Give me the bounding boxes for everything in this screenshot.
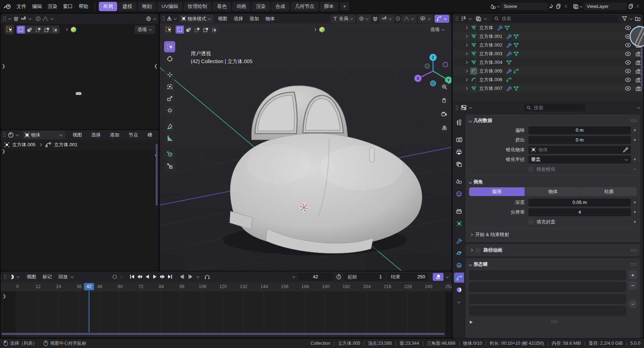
filter-chevron[interactable]: [630, 17, 632, 19]
auto-keying-record-icon[interactable]: [111, 274, 118, 279]
unlink-scene-icon[interactable]: ✕: [564, 4, 568, 9]
jump-to-end-button[interactable]: [166, 273, 173, 281]
object-name[interactable]: 立方体.005: [479, 68, 502, 74]
scale-tool[interactable]: [164, 93, 175, 104]
tabs-overflow-chevron[interactable]: [458, 300, 460, 303]
object-data-icon[interactable]: [513, 69, 519, 74]
geometry-nodes-icon[interactable]: [319, 27, 325, 32]
path-animation-checkbox[interactable]: [475, 248, 481, 253]
snap-target-icon[interactable]: [21, 17, 26, 21]
editor-type-chevron[interactable]: [174, 17, 177, 19]
select-mode-new-button[interactable]: [176, 26, 184, 34]
snap-settings-dropdown[interactable]: [379, 15, 394, 23]
bevel-mode-tab[interactable]: 轮廓: [581, 187, 637, 196]
tab-object-data[interactable]: [454, 273, 464, 283]
eyedropper-icon[interactable]: [623, 147, 628, 152]
modifier-wrench-icon[interactable]: [506, 34, 512, 39]
modifier-wrench-icon[interactable]: [506, 43, 512, 48]
camera-view-button[interactable]: [439, 109, 449, 119]
remove-viewlayer-icon[interactable]: ✕: [636, 4, 640, 9]
tab-render[interactable]: [454, 135, 464, 145]
collapse-chevron-icon[interactable]: [469, 262, 472, 266]
workspace-tab[interactable]: 几何节点: [291, 2, 319, 11]
select-mode-new-button[interactable]: [17, 26, 25, 34]
snap-dropdown-chevron[interactable]: [28, 17, 31, 19]
tab-object[interactable]: [454, 218, 464, 229]
drag-grip[interactable]: [455, 105, 459, 110]
expand-arrow-icon[interactable]: [465, 78, 468, 81]
viewport-canvas[interactable]: Z X Y 用户透视 (42) Collection | 立方体.005: [160, 23, 451, 271]
editor-type-chevron[interactable]: [16, 133, 19, 136]
viewlayer-browse-icon[interactable]: [573, 4, 579, 9]
secondary-viewport-canvas[interactable]: [1, 36, 159, 129]
outliner-row[interactable]: 立方体.004: [453, 58, 643, 67]
workspace-tab[interactable]: 着色: [213, 2, 231, 11]
hide-eye-icon[interactable]: [623, 69, 632, 73]
add-workspace-button[interactable]: +: [340, 2, 349, 10]
expand-arrow-icon[interactable]: [465, 35, 468, 38]
topbar-menu-item[interactable]: 文件: [14, 3, 29, 10]
object-name[interactable]: 立方体.002: [479, 42, 502, 48]
viewport-options-button[interactable]: 选项: [427, 25, 448, 34]
animate-dot[interactable]: [634, 211, 636, 213]
viewlayer-name-field[interactable]: ViewLayer: [584, 3, 627, 10]
visibility-dropdown[interactable]: [418, 15, 433, 23]
measure-tool[interactable]: [164, 132, 175, 144]
offset-field[interactable]: 0 m: [528, 126, 631, 134]
viewport-menu-item[interactable]: 视图: [215, 15, 230, 23]
keying-insert-button[interactable]: [433, 273, 444, 281]
shader-editor-scrollbar[interactable]: [156, 144, 158, 206]
workspace-tab[interactable]: 纹理绘制: [184, 2, 212, 11]
taper-radius-dropdown[interactable]: 覆盖: [528, 156, 631, 164]
workspace-tab[interactable]: 布局: [99, 2, 117, 11]
select-mode-intersect-button[interactable]: [51, 26, 59, 34]
panel-title-row[interactable]: 几何数据: [468, 116, 638, 125]
path-animation-row[interactable]: 路径动画: [468, 245, 638, 255]
jump-to-start-button[interactable]: [128, 273, 136, 281]
region-expand-arrow[interactable]: ❯: [2, 149, 5, 154]
object-name[interactable]: 立方体.003: [479, 51, 502, 57]
playhead-frame-chip[interactable]: 42: [84, 283, 94, 290]
distant-car-object[interactable]: [76, 92, 81, 95]
object-type-icon[interactable]: [470, 85, 477, 92]
tab-world[interactable]: [454, 189, 464, 199]
trim-tool[interactable]: [164, 160, 175, 171]
next-keyframe-button[interactable]: [159, 273, 166, 281]
object-name[interactable]: 立方体.007: [479, 85, 502, 92]
bevel-mode-tab[interactable]: 圆形: [469, 187, 525, 196]
object-type-icon[interactable]: [470, 42, 477, 49]
tab-constraints[interactable]: [454, 260, 464, 270]
hide-eye-icon[interactable]: [623, 43, 632, 47]
tab-view-layer[interactable]: [454, 159, 464, 169]
panel-grip[interactable]: [630, 249, 637, 252]
workspace-tab[interactable]: 合成: [271, 2, 290, 11]
frame-start-field[interactable]: 起始 1: [344, 273, 385, 281]
expand-arrow-icon[interactable]: [465, 44, 468, 47]
properties-search[interactable]: [524, 104, 585, 112]
sidebar-collapse-arrow[interactable]: ❮: [154, 64, 158, 69]
workspace-tab[interactable]: 雕刻: [138, 2, 156, 11]
topbar-menu-item[interactable]: 编辑: [29, 3, 45, 10]
object-name[interactable]: 立方体.006: [479, 77, 502, 83]
modifier-wrench-icon[interactable]: [506, 86, 512, 91]
timeline-horizontal-scrollbar[interactable]: [1, 333, 445, 335]
object-data-icon[interactable]: [513, 51, 519, 56]
hide-eye-icon[interactable]: [623, 60, 632, 65]
zoom-button[interactable]: [439, 82, 449, 92]
play-reverse-button[interactable]: [144, 273, 151, 281]
properties-editor-type-icon[interactable]: [461, 105, 467, 110]
scene-name-field[interactable]: Scene: [501, 3, 548, 10]
tab-material[interactable]: [454, 285, 464, 295]
keying-popover-chevron[interactable]: [446, 275, 449, 278]
object-type-icon[interactable]: [470, 24, 477, 31]
panel-grip[interactable]: [630, 263, 637, 266]
workspace-tab[interactable]: UV编辑: [157, 2, 182, 11]
audio-sync-icon[interactable]: [204, 275, 210, 279]
add-shape-key-button[interactable]: +: [628, 270, 637, 279]
frame-forward-button[interactable]: [187, 273, 194, 281]
start-end-mapping-row[interactable]: 开始 & 结束映射: [468, 230, 638, 239]
select-mode-intersect-button[interactable]: [210, 26, 219, 34]
shader-type-dropdown[interactable]: 物体: [22, 131, 65, 139]
editor-type-chevron[interactable]: [17, 275, 19, 278]
transform-orientation-dropdown[interactable]: 全局: [331, 15, 356, 23]
